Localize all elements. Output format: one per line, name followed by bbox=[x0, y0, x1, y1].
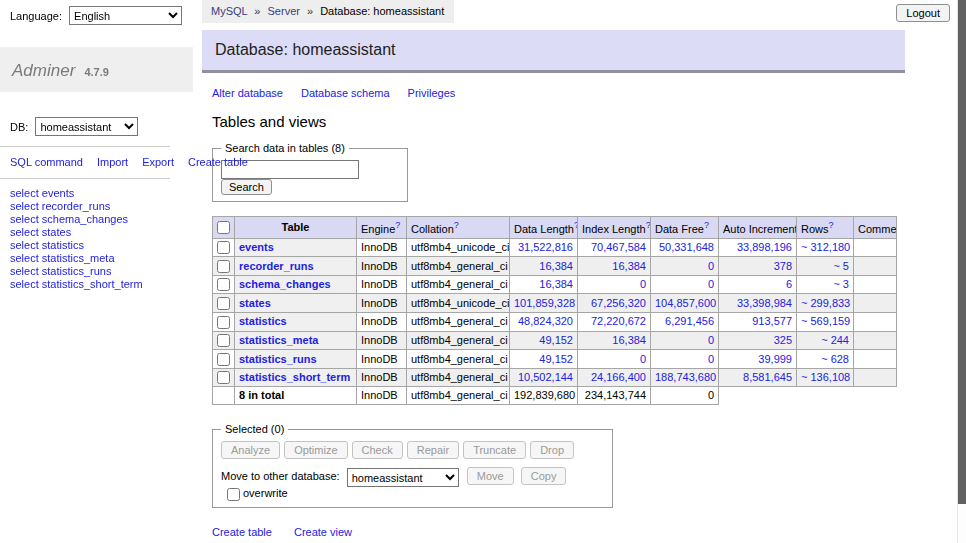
auto-increment-link[interactable]: 913,577 bbox=[752, 315, 792, 327]
scrollbar-thumb[interactable] bbox=[958, 0, 966, 504]
index-length-link[interactable]: 16,384 bbox=[612, 260, 646, 272]
overwrite-checkbox[interactable] bbox=[227, 488, 240, 501]
selected-action-button[interactable]: Optimize bbox=[284, 441, 347, 459]
auto-increment-link[interactable]: 33,898,196 bbox=[737, 241, 792, 253]
rows-link[interactable]: ~ 312,180 bbox=[801, 241, 850, 253]
sidebar-action-link[interactable]: SQL command bbox=[10, 156, 83, 168]
table-name-link[interactable]: schema_changes bbox=[239, 278, 331, 290]
help-link-icon[interactable]: ? bbox=[454, 220, 459, 230]
rows-link[interactable]: ~ 5 bbox=[833, 260, 849, 272]
sidebar-table-link[interactable]: select statistics_meta bbox=[10, 252, 183, 265]
copy-button[interactable]: Copy bbox=[521, 467, 567, 485]
rows-link[interactable]: ~ 628 bbox=[821, 353, 849, 365]
sidebar-table-link[interactable]: select statistics_short_term bbox=[10, 278, 183, 291]
data-free-link[interactable]: 0 bbox=[708, 260, 714, 272]
auto-increment-link[interactable]: 33,398,984 bbox=[737, 297, 792, 309]
data-length-link[interactable]: 16,384 bbox=[539, 278, 573, 290]
data-length-link[interactable]: 16,384 bbox=[539, 260, 573, 272]
index-length-link[interactable]: 70,467,584 bbox=[591, 241, 646, 253]
data-length-link[interactable]: 49,152 bbox=[539, 334, 573, 346]
language-select[interactable]: English bbox=[69, 6, 182, 25]
auto-increment-link[interactable]: 8,581,645 bbox=[743, 371, 792, 383]
page-scrollbar[interactable] bbox=[957, 0, 966, 543]
selected-action-button[interactable]: Truncate bbox=[463, 441, 526, 459]
create-link[interactable]: Create view bbox=[294, 526, 352, 538]
index-length-link[interactable]: 0 bbox=[640, 353, 646, 365]
table-name-link[interactable]: events bbox=[239, 241, 274, 253]
data-length-link[interactable]: 101,859,328 bbox=[514, 297, 575, 309]
create-link[interactable]: Create table bbox=[212, 526, 272, 538]
database-action-link[interactable]: Privileges bbox=[408, 87, 456, 99]
database-action-link[interactable]: Alter database bbox=[212, 87, 283, 99]
row-checkbox[interactable] bbox=[217, 316, 230, 329]
sidebar-table-link[interactable]: select states bbox=[10, 226, 183, 239]
help-link-icon[interactable]: ? bbox=[646, 220, 651, 230]
help-link-icon[interactable]: ? bbox=[704, 220, 709, 230]
sidebar-table-link[interactable]: select events bbox=[10, 187, 183, 200]
table-name-link[interactable]: statistics_short_term bbox=[239, 371, 350, 383]
auto-increment-link[interactable]: 6 bbox=[786, 278, 792, 290]
selected-action-button[interactable]: Analyze bbox=[221, 441, 280, 459]
logout-button[interactable]: Logout bbox=[896, 4, 950, 22]
database-action-link[interactable]: Database schema bbox=[301, 87, 390, 99]
row-checkbox[interactable] bbox=[217, 371, 230, 384]
data-length-link[interactable]: 49,152 bbox=[539, 353, 573, 365]
breadcrumb-link-mysql[interactable]: MySQL bbox=[211, 5, 247, 17]
header-engine: Engine? bbox=[357, 217, 407, 239]
sidebar-action-link[interactable]: Create table bbox=[188, 156, 248, 168]
index-length-link[interactable]: 0 bbox=[640, 278, 646, 290]
move-button[interactable]: Move bbox=[467, 467, 514, 485]
sidebar-table-link[interactable]: select statistics bbox=[10, 239, 183, 252]
row-checkbox[interactable] bbox=[217, 260, 230, 273]
data-free-link[interactable]: 0 bbox=[708, 353, 714, 365]
data-length-link[interactable]: 31,522,816 bbox=[518, 241, 573, 253]
row-checkbox[interactable] bbox=[217, 353, 230, 366]
sidebar-table-link[interactable]: select recorder_runs bbox=[10, 200, 183, 213]
search-button[interactable]: Search bbox=[221, 179, 272, 195]
help-link-icon[interactable]: ? bbox=[829, 220, 834, 230]
table-name-link[interactable]: statistics_meta bbox=[239, 334, 319, 346]
help-link-icon[interactable]: ? bbox=[574, 220, 578, 230]
selected-action-button[interactable]: Check bbox=[352, 441, 403, 459]
db-select[interactable]: homeassistant bbox=[35, 117, 138, 136]
help-link-icon[interactable]: ? bbox=[395, 220, 400, 230]
index-length-link[interactable]: 24,166,400 bbox=[591, 371, 646, 383]
row-checkbox[interactable] bbox=[217, 334, 230, 347]
sidebar-table-link[interactable]: select schema_changes bbox=[10, 213, 183, 226]
table-name-link[interactable]: statistics bbox=[239, 315, 287, 327]
row-checkbox[interactable] bbox=[217, 278, 230, 291]
auto-increment-link[interactable]: 39,999 bbox=[758, 353, 792, 365]
data-length-link[interactable]: 48,824,320 bbox=[518, 315, 573, 327]
table-name-link[interactable]: statistics_runs bbox=[239, 353, 317, 365]
row-checkbox[interactable] bbox=[217, 241, 230, 254]
rows-link[interactable]: ~ 569,159 bbox=[801, 315, 850, 327]
select-all-checkbox[interactable] bbox=[217, 221, 230, 234]
rows-link[interactable]: ~ 3 bbox=[833, 278, 849, 290]
rows-link[interactable]: ~ 136,108 bbox=[801, 371, 850, 383]
sidebar-action-link[interactable]: Export bbox=[142, 156, 174, 168]
sidebar-table-link[interactable]: select statistics_runs bbox=[10, 265, 183, 278]
data-length-link[interactable]: 10,502,144 bbox=[518, 371, 573, 383]
index-length-link[interactable]: 67,256,320 bbox=[591, 297, 646, 309]
data-free-link[interactable]: 0 bbox=[708, 334, 714, 346]
auto-increment-link[interactable]: 325 bbox=[774, 334, 792, 346]
move-database-select[interactable]: homeassistant bbox=[347, 468, 459, 487]
selected-action-button[interactable]: Repair bbox=[407, 441, 459, 459]
sidebar-action-link[interactable]: Import bbox=[97, 156, 128, 168]
row-checkbox-cell bbox=[213, 257, 235, 276]
data-free-link[interactable]: 104,857,600 bbox=[655, 297, 716, 309]
data-free-link[interactable]: 0 bbox=[708, 278, 714, 290]
selected-action-button[interactable]: Drop bbox=[530, 441, 574, 459]
table-name-link[interactable]: states bbox=[239, 297, 271, 309]
auto-increment-link[interactable]: 378 bbox=[774, 260, 792, 272]
row-checkbox[interactable] bbox=[217, 297, 230, 310]
table-name-link[interactable]: recorder_runs bbox=[239, 260, 314, 272]
data-free-link[interactable]: 188,743,680 bbox=[655, 371, 716, 383]
rows-link[interactable]: ~ 299,833 bbox=[801, 297, 850, 309]
breadcrumb-link-server[interactable]: Server bbox=[268, 5, 300, 17]
index-length-link[interactable]: 72,220,672 bbox=[591, 315, 646, 327]
rows-link[interactable]: ~ 244 bbox=[821, 334, 849, 346]
index-length-link[interactable]: 16,384 bbox=[612, 334, 646, 346]
data-free-link[interactable]: 50,331,648 bbox=[659, 241, 714, 253]
data-free-link[interactable]: 6,291,456 bbox=[665, 315, 714, 327]
